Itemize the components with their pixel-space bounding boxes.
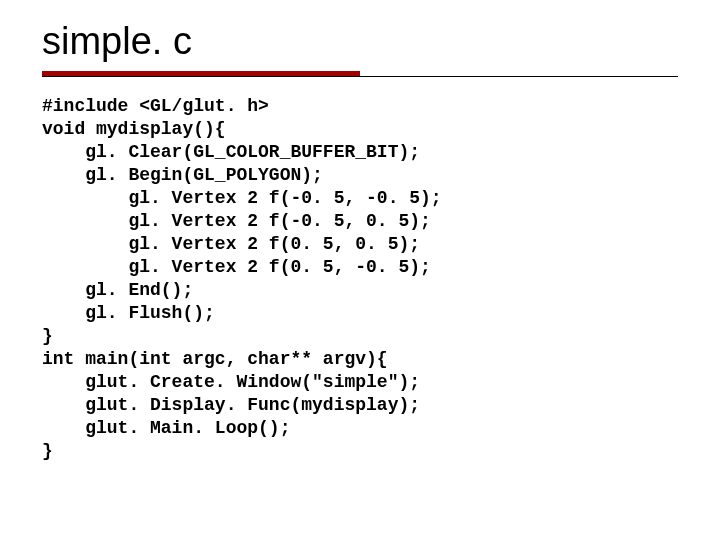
- slide-container: simple. c #include <GL/glut. h> void myd…: [0, 0, 720, 464]
- code-block: #include <GL/glut. h> void mydisplay(){ …: [42, 95, 678, 464]
- slide-title: simple. c: [42, 20, 678, 63]
- title-rule-thin: [42, 76, 678, 77]
- title-rule: [42, 71, 678, 77]
